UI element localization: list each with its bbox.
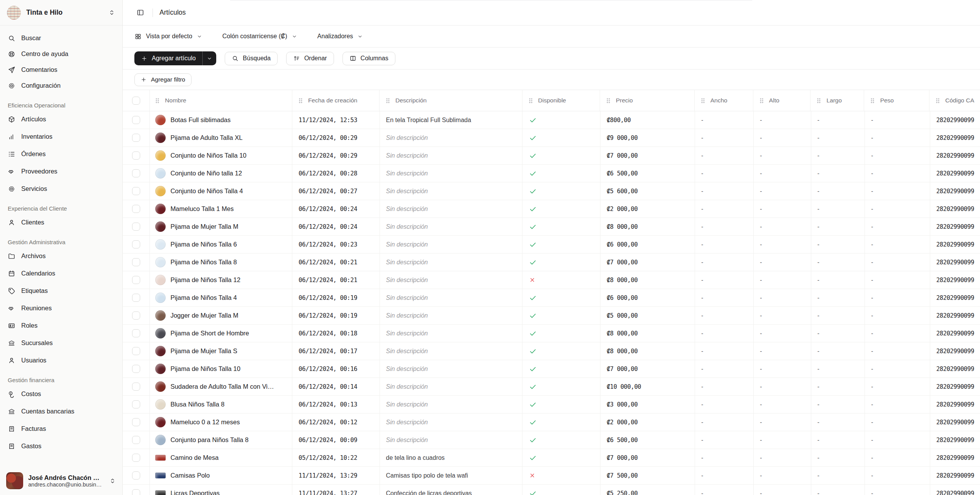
select-all-checkbox[interactable] [132,97,140,105]
currency-selector[interactable]: Colón costarricense (₡) [222,33,297,40]
user-menu[interactable]: José Andrés Chacón … andres.chacon@unio.… [0,467,122,495]
view-selector[interactable]: Vista por defecto [134,33,202,40]
name-cell[interactable]: Sudadera de Adulto Talla M con Vi… [150,378,292,395]
table-row[interactable]: Pijama de Niños Talla 10 06/12/2024, 00:… [123,360,980,378]
sidebar-item-roles[interactable]: Roles [4,317,119,334]
sidebar-item-archivos[interactable]: Archivos [4,247,119,265]
add-article-menu-button[interactable] [202,51,216,65]
column-header-code[interactable]: Código CA [929,90,980,111]
drag-handle-icon[interactable] [298,98,303,104]
row-checkbox[interactable] [132,258,140,266]
table-row[interactable]: Licras Deportivas 11/11/2024, 13:27 Conf… [123,485,980,495]
name-cell[interactable]: Pijama de Niños Talla 6 [150,236,292,253]
table-row[interactable]: Jogger de Mujer Talla M 06/12/2024, 00:1… [123,307,980,325]
table-row[interactable]: Pijama de Niños Talla 12 06/12/2024, 00:… [123,271,980,289]
row-checkbox[interactable] [132,240,140,248]
table-row[interactable]: Pijama de Mujer Talla S 06/12/2024, 00:1… [123,342,980,360]
drag-handle-icon[interactable] [817,98,821,104]
row-checkbox[interactable] [132,187,140,195]
sidebar-item-servicios[interactable]: Servicios [4,180,119,197]
column-header-peso[interactable]: Peso [864,90,929,111]
name-cell[interactable]: Pijama de Niños Talla 4 [150,289,292,306]
row-checkbox[interactable] [132,347,140,355]
row-checkbox[interactable] [132,205,140,213]
add-filter-button[interactable]: Agregar filtro [134,73,192,86]
drag-handle-icon[interactable] [760,98,764,104]
sidebar-toggle-button[interactable] [134,7,146,19]
column-header-ancho[interactable]: Ancho [695,90,753,111]
row-checkbox[interactable] [132,489,140,495]
row-checkbox[interactable] [132,294,140,302]
drag-handle-icon[interactable] [155,98,159,104]
name-cell[interactable]: Pijama de Niños Talla 10 [150,360,292,378]
sort-button[interactable]: Ordenar [286,52,334,65]
table-row[interactable]: Sudadera de Adulto Talla M con Vi… 06/12… [123,378,980,396]
table-row[interactable]: Conjunto de Niños Talla 10 06/12/2024, 0… [123,147,980,165]
add-article-button[interactable]: Agregar artículo [134,51,202,65]
row-checkbox[interactable] [132,116,140,124]
sidebar-item-proveedores[interactable]: Proveedores [4,163,119,180]
row-checkbox[interactable] [132,400,140,408]
chevron-updown-icon[interactable] [109,477,116,485]
table-row[interactable]: Pijama de Adulto Talla XL 06/12/2024, 00… [123,129,980,147]
table-row[interactable]: Pijama de Niños Talla 4 06/12/2024, 00:1… [123,289,980,307]
column-header-date[interactable]: Fecha de creación [292,90,380,111]
row-checkbox[interactable] [132,329,140,337]
table-row[interactable]: Conjunto para Niños Talla 8 06/12/2024, … [123,431,980,449]
sidebar-item-centro-de-ayuda[interactable]: Centro de ayuda [4,46,119,62]
table-row[interactable]: Camino de Mesa 05/12/2024, 10:22 de tela… [123,449,980,467]
row-checkbox[interactable] [132,383,140,391]
drag-handle-icon[interactable] [870,98,875,104]
name-cell[interactable]: Mameluco 0 a 12 meses [150,413,292,431]
name-cell[interactable]: Blusa Niños Talla 8 [150,396,292,413]
name-cell[interactable]: Pijama de Adulto Talla XL [150,129,292,146]
table-row[interactable]: Conjunto de Niño talla 12 06/12/2024, 00… [123,165,980,182]
table-row[interactable]: Mameluco 0 a 12 meses 06/12/2024, 00:12 … [123,413,980,431]
search-button[interactable]: Búsqueda [225,52,278,65]
name-cell[interactable]: Conjunto de Niños Talla 10 [150,147,292,164]
name-cell[interactable]: Botas Full siblimadas [150,111,292,129]
row-checkbox[interactable] [132,169,140,177]
sidebar-item-calendarios[interactable]: Calendarios [4,265,119,282]
name-cell[interactable]: Pijama de Short de Hombre [150,325,292,342]
name-cell[interactable]: Pijama de Niños Talla 8 [150,253,292,271]
column-header-alto[interactable]: Alto [753,90,811,111]
drag-handle-icon[interactable] [936,98,940,104]
workspace-switcher[interactable]: Tinta e Hilo [0,0,122,26]
column-header-desc[interactable]: Descripción [380,90,522,111]
sidebar-item-ordenes[interactable]: Órdenes [4,145,119,163]
sidebar-item-costos[interactable]: Costos [4,385,119,403]
column-header-avail[interactable]: Disponible [522,90,600,111]
drag-handle-icon[interactable] [606,98,610,104]
column-header-largo[interactable]: Largo [810,90,864,111]
table-row[interactable]: Pijama de Niños Talla 8 06/12/2024, 00:2… [123,253,980,271]
sidebar-item-usuarios[interactable]: Usuarios [4,352,119,369]
sidebar-item-cuentas-bancarias[interactable]: Cuentas bancarias [4,403,119,420]
row-checkbox[interactable] [132,134,140,142]
drag-handle-icon[interactable] [701,98,705,104]
table-row[interactable]: Pijama de Short de Hombre 06/12/2024, 00… [123,325,980,342]
sidebar-item-sucursales[interactable]: Sucursales [4,334,119,352]
sidebar-item-buscar[interactable]: Buscar [4,30,119,46]
columns-button[interactable]: Columnas [342,52,395,65]
drag-handle-icon[interactable] [529,98,533,104]
table-row[interactable]: Pijama de Mujer Talla M 06/12/2024, 00:2… [123,218,980,236]
sidebar-item-clientes[interactable]: Clientes [4,214,119,231]
column-header-price[interactable]: Precio [600,90,695,111]
sidebar-item-reuniones[interactable]: Reuniones [4,299,119,317]
row-checkbox[interactable] [132,365,140,373]
name-cell[interactable]: Pijama de Niños Talla 12 [150,271,292,289]
chevron-updown-icon[interactable] [108,9,115,16]
column-header-name[interactable]: Nombre [150,90,292,111]
table-row[interactable]: Conjunto de Niños Talla 4 06/12/2024, 00… [123,182,980,200]
name-cell[interactable]: Pijama de Mujer Talla S [150,342,292,360]
sidebar-item-facturas[interactable]: Facturas [4,420,119,437]
sidebar-item-etiquetas[interactable]: Etiquetas [4,282,119,299]
table-row[interactable]: Mameluco Talla 1 Mes 06/12/2024, 00:24 S… [123,200,980,218]
name-cell[interactable]: Camino de Mesa [150,449,292,466]
row-checkbox[interactable] [132,276,140,284]
sidebar-item-configuracion[interactable]: Configuración [4,78,119,94]
row-checkbox[interactable] [132,454,140,462]
table-row[interactable]: Pijama de Niños Talla 6 06/12/2024, 00:2… [123,236,980,253]
name-cell[interactable]: Conjunto para Niños Talla 8 [150,431,292,449]
